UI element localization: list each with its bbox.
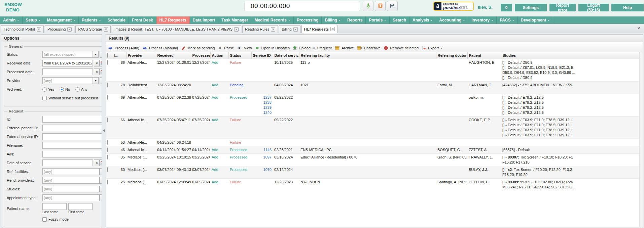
- menu-item-data-import[interactable]: Data Import: [190, 16, 219, 24]
- add-link[interactable]: Add: [212, 148, 218, 152]
- tab-close-icon[interactable]: ✕: [271, 27, 275, 32]
- tab-close-icon[interactable]: ✕: [104, 27, 108, 32]
- service-id-link[interactable]: 1146: [253, 147, 272, 152]
- tab-bar-close-icon[interactable]: ✕: [635, 26, 643, 31]
- settings-button[interactable]: Settings: [515, 4, 547, 11]
- status-combo[interactable]: (all except skipped): [42, 51, 93, 58]
- row-checkbox[interactable]: [107, 167, 108, 172]
- last-name-input[interactable]: [42, 203, 67, 210]
- processed-date-clear-button[interactable]: ✕: [94, 69, 100, 75]
- table-row-53[interactable]: 53AthenaHe...04/25/2024 06:24:18 PMFailu…: [106, 139, 639, 146]
- trash-button[interactable]: [375, 1, 386, 11]
- table-row-69[interactable]: 69AthenaHe...07/25/2024 09:22:38 AM07/25…: [106, 94, 639, 117]
- vertical-scrollbar[interactable]: [639, 52, 643, 227]
- menu-item-management[interactable]: Management▼: [44, 16, 79, 24]
- provider-combo[interactable]: (any): [42, 77, 93, 84]
- menu-item-pacs[interactable]: PACS▼: [497, 16, 517, 24]
- external-patient-id-input[interactable]: [42, 125, 102, 131]
- logoff-59-16-button[interactable]: Logoff (59:16): [578, 4, 609, 11]
- row-checkbox[interactable]: [107, 118, 108, 122]
- add-link[interactable]: Add: [212, 118, 218, 122]
- provider-clear-button[interactable]: ✕: [100, 77, 102, 84]
- tab-hl7-requests[interactable]: HL7 Requests✕: [301, 25, 337, 33]
- received-date-calendar-button[interactable]: [100, 60, 102, 66]
- toolbar-export-button[interactable]: Export▼: [422, 46, 442, 50]
- service-id-link[interactable]: 1097: [253, 155, 272, 160]
- service-id-link[interactable]: 1237: [253, 95, 272, 100]
- menu-item-development[interactable]: Development▼: [518, 16, 553, 24]
- menu-item-admin[interactable]: Admin▼: [0, 16, 23, 24]
- without-service-but-processed-checkbox[interactable]: [42, 96, 47, 100]
- table-row-66[interactable]: 66AthenaHe...07/25/2024 05:47:11 AM07/25…: [106, 117, 639, 139]
- table-row-46[interactable]: 46AthenaHe...04/14/2024 01:54:27 PM04/14…: [106, 146, 639, 154]
- report-error-button[interactable]: Report error: [549, 4, 576, 11]
- fuzzy-mode-checkbox[interactable]: [42, 217, 47, 222]
- id-input[interactable]: [42, 116, 102, 123]
- tab-technologist-portal[interactable]: Technologist Portal✕: [1, 25, 44, 33]
- tab-pacs-storage[interactable]: PACS Storage✕: [75, 25, 111, 33]
- toolbar-upload-hl7-request-button[interactable]: Upload HL7 request: [293, 46, 332, 50]
- menu-item-reports[interactable]: Reports: [344, 16, 366, 24]
- service-id-link[interactable]: 1239: [253, 105, 272, 110]
- rend-providers-dropdown-button[interactable]: ▼: [100, 177, 102, 184]
- tab-close-icon[interactable]: ✕: [234, 27, 239, 32]
- provider-dropdown-button[interactable]: ▼: [93, 77, 99, 84]
- table-row-25[interactable]: 25Medlabs (...01/09/2024 12:09:49 PM01/0…: [106, 179, 639, 191]
- column-header-received[interactable]: Received: [156, 52, 191, 59]
- 0-button[interactable]: 0: [501, 4, 512, 11]
- received-date-input[interactable]: [42, 60, 93, 66]
- menu-item-schedule[interactable]: Schedule: [104, 16, 129, 24]
- tab-images-report-test-t-70100-mandible-less-than-2-views[interactable]: Images & Report: TEST, T. • 70100 - MAND…: [112, 25, 241, 33]
- panel-splitter[interactable]: [102, 34, 106, 227]
- menu-item-search[interactable]: Search: [390, 16, 409, 24]
- date-of-service-input[interactable]: [42, 159, 93, 166]
- column-header-referring-doctor[interactable]: Referring doctor: [436, 52, 467, 59]
- emsow-logo[interactable]: EMSOW DEMO: [4, 2, 22, 13]
- select-all-checkbox[interactable]: [107, 53, 108, 58]
- row-checkbox[interactable]: [107, 180, 108, 184]
- toolbar-unarchive-button[interactable]: Unarchive: [357, 46, 381, 50]
- toolbar-open-in-dispatch-button[interactable]: Open in Dispatch: [255, 46, 290, 50]
- help-button[interactable]: Help: [611, 4, 644, 11]
- studies-combo[interactable]: (any): [42, 186, 100, 192]
- service-id-link[interactable]: 1240: [253, 110, 272, 115]
- tab-close-icon[interactable]: ✕: [37, 27, 41, 32]
- toolbar-mark-as-pending-button[interactable]: Mark as pending: [181, 46, 215, 50]
- radio-icon[interactable]: [75, 87, 80, 92]
- first-name-input[interactable]: [68, 203, 93, 210]
- row-checkbox[interactable]: [107, 60, 108, 65]
- received-date-clear-button[interactable]: ✕: [94, 60, 100, 66]
- service-id-link[interactable]: 1070: [253, 167, 272, 172]
- row-checkbox[interactable]: [107, 95, 108, 100]
- microphone-button[interactable]: [363, 1, 373, 11]
- tab-close-icon[interactable]: ✕: [67, 27, 72, 32]
- menu-item-front-desk[interactable]: Front Desk: [129, 16, 156, 24]
- menu-item-billing[interactable]: Billing▼: [322, 16, 344, 24]
- table-row-30[interactable]: 30Medlabs (...03/07/2024 09:43:13 AM03/0…: [106, 166, 639, 179]
- toolbar-parse-button[interactable]: Parse: [218, 46, 234, 50]
- menu-item-medical-records[interactable]: Medical Records▼: [251, 16, 293, 24]
- appointment-type-dropdown-button[interactable]: ▼: [100, 194, 102, 201]
- toolbar-process-manual-button[interactable]: Process (Manual): [143, 46, 178, 50]
- table-row-78[interactable]: 78Reliabletest12/03/2024 08:24:20 AMAddP…: [106, 82, 639, 94]
- column-header-status[interactable]: Status: [228, 52, 251, 59]
- tab-close-icon[interactable]: ✕: [293, 27, 298, 32]
- row-checkbox[interactable]: [107, 140, 108, 145]
- ref-facilities-dropdown-button[interactable]: ▼: [100, 168, 102, 175]
- column-header-studies[interactable]: Studies: [501, 52, 639, 59]
- add-link[interactable]: Add: [212, 155, 218, 159]
- add-link[interactable]: Add: [212, 95, 218, 99]
- tab-reading-rules[interactable]: Reading Rules✕: [242, 25, 278, 33]
- ref-facilities-combo[interactable]: (any): [42, 168, 100, 175]
- column-header-i[interactable]: I...: [113, 52, 126, 59]
- status-dropdown-button[interactable]: ▼: [93, 51, 99, 58]
- column-header-action[interactable]: Action: [210, 52, 228, 59]
- row-checkbox[interactable]: [107, 147, 108, 152]
- date-of-service-calendar-button[interactable]: [100, 159, 102, 166]
- column-header-provider[interactable]: Provider: [126, 52, 156, 59]
- column-header-patient[interactable]: Patient: [467, 52, 501, 59]
- row-checkbox[interactable]: [107, 155, 108, 159]
- menu-item-analysis[interactable]: Analysis▼: [409, 16, 436, 24]
- service-id-link[interactable]: 1238: [253, 100, 272, 105]
- logged-in-user[interactable]: Iliev, S.: [478, 5, 493, 10]
